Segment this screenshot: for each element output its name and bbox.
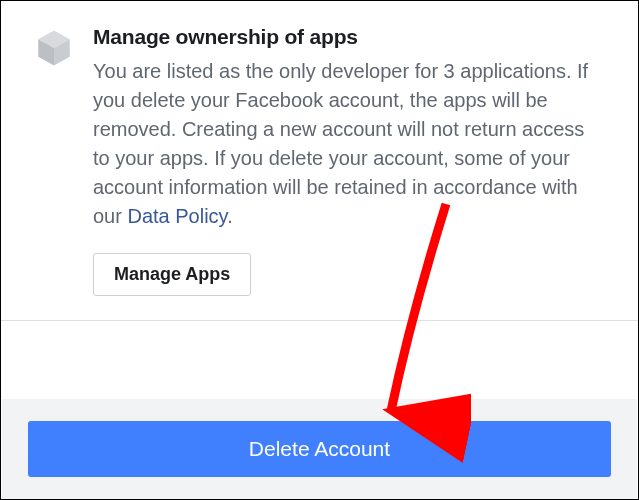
- delete-account-button[interactable]: Delete Account: [28, 421, 611, 477]
- text-column: Manage ownership of apps You are listed …: [93, 25, 606, 296]
- dialog-container: Manage ownership of apps You are listed …: [0, 0, 639, 500]
- manage-apps-button[interactable]: Manage Apps: [93, 253, 251, 296]
- section-heading: Manage ownership of apps: [93, 25, 606, 49]
- cube-icon: [33, 27, 75, 73]
- footer-bar: Delete Account: [2, 399, 637, 499]
- data-policy-link[interactable]: Data Policy: [127, 205, 227, 227]
- content-section: Manage ownership of apps You are listed …: [1, 1, 638, 321]
- body-text-after: .: [227, 205, 233, 227]
- body-text-before: You are listed as the only developer for…: [93, 60, 588, 227]
- section-body: You are listed as the only developer for…: [93, 57, 606, 231]
